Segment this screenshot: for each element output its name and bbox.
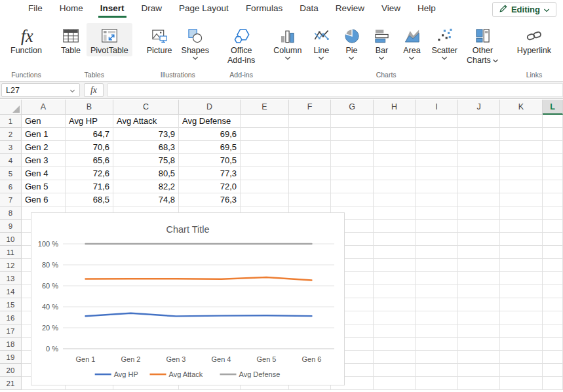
cell-C2[interactable]: 73,9 bbox=[113, 128, 179, 141]
cell-L5[interactable] bbox=[543, 167, 563, 180]
row-header-19[interactable]: 19 bbox=[0, 351, 22, 364]
cell-J6[interactable] bbox=[458, 180, 500, 193]
legend-label-avg-attack[interactable]: Avg Attack bbox=[169, 370, 203, 378]
formula-input[interactable] bbox=[107, 83, 563, 97]
menu-tab-view[interactable]: View bbox=[373, 0, 409, 18]
ribbon-button-table[interactable]: Table bbox=[56, 23, 85, 56]
cell-J4[interactable] bbox=[458, 154, 500, 167]
ribbon-button-other-charts[interactable]: OtherCharts bbox=[463, 23, 503, 66]
cell-L2[interactable] bbox=[543, 128, 563, 141]
cell-L20[interactable] bbox=[543, 364, 563, 377]
cell-K1[interactable] bbox=[500, 115, 543, 128]
cell-B3[interactable]: 70,6 bbox=[66, 141, 113, 154]
cell-C4[interactable]: 75,8 bbox=[113, 154, 179, 167]
embedded-chart[interactable]: 0 %20 %40 %60 %80 %100 %Chart TitleGen 1… bbox=[31, 212, 345, 385]
ribbon-button-office-add-ins[interactable]: OfficeAdd-ins bbox=[223, 23, 259, 66]
cell-H9[interactable] bbox=[374, 220, 416, 233]
cell-B5[interactable]: 72,6 bbox=[66, 167, 113, 180]
menu-tab-home[interactable]: Home bbox=[51, 0, 92, 18]
ribbon-button-area[interactable]: Area bbox=[397, 23, 426, 64]
column-header-c[interactable]: C bbox=[113, 100, 179, 115]
cell-K5[interactable] bbox=[500, 167, 543, 180]
row-header-20[interactable]: 20 bbox=[0, 364, 22, 377]
cell-L15[interactable] bbox=[543, 298, 563, 311]
row-header-18[interactable]: 18 bbox=[0, 338, 22, 351]
cell-L17[interactable] bbox=[543, 324, 563, 338]
row-header-16[interactable]: 16 bbox=[0, 311, 22, 324]
cell-C3[interactable]: 68,3 bbox=[113, 141, 179, 154]
cell-E1[interactable] bbox=[241, 115, 289, 128]
cell-B4[interactable]: 65,6 bbox=[66, 154, 113, 167]
series-line-avg-attack[interactable] bbox=[86, 277, 312, 280]
cell-L3[interactable] bbox=[543, 141, 563, 154]
cell-J17[interactable] bbox=[458, 324, 500, 338]
cell-K6[interactable] bbox=[500, 180, 543, 193]
cell-E4[interactable] bbox=[241, 154, 289, 167]
cell-I5[interactable] bbox=[416, 167, 458, 180]
cell-K16[interactable] bbox=[500, 311, 543, 324]
cell-E2[interactable] bbox=[241, 128, 289, 141]
cell-I7[interactable] bbox=[416, 193, 458, 206]
cell-I18[interactable] bbox=[416, 338, 458, 351]
row-header-9[interactable]: 9 bbox=[0, 220, 22, 233]
cell-H2[interactable] bbox=[374, 128, 416, 141]
cell-K15[interactable] bbox=[500, 298, 543, 311]
cell-B2[interactable]: 64,7 bbox=[66, 128, 113, 141]
cell-D5[interactable]: 77,3 bbox=[179, 167, 241, 180]
cell-H5[interactable] bbox=[374, 167, 416, 180]
cell-H3[interactable] bbox=[374, 141, 416, 154]
cell-K13[interactable] bbox=[500, 272, 543, 285]
cell-J16[interactable] bbox=[458, 311, 500, 324]
cell-J12[interactable] bbox=[458, 259, 500, 272]
column-header-l[interactable]: L bbox=[543, 100, 563, 115]
cell-I8[interactable] bbox=[416, 206, 458, 220]
row-header-3[interactable]: 3 bbox=[0, 141, 22, 154]
cell-K17[interactable] bbox=[500, 324, 543, 338]
menu-tab-insert[interactable]: Insert bbox=[92, 0, 133, 18]
cell-K11[interactable] bbox=[500, 246, 543, 259]
cell-J20[interactable] bbox=[458, 364, 500, 377]
cell-J18[interactable] bbox=[458, 338, 500, 351]
cell-A5[interactable]: Gen 4 bbox=[22, 167, 66, 180]
cell-J13[interactable] bbox=[458, 272, 500, 285]
cell-J11[interactable] bbox=[458, 246, 500, 259]
cell-J14[interactable] bbox=[458, 285, 500, 298]
cell-L9[interactable] bbox=[543, 220, 563, 233]
cell-L10[interactable] bbox=[543, 233, 563, 246]
cell-I1[interactable] bbox=[416, 115, 458, 128]
cell-L16[interactable] bbox=[543, 311, 563, 324]
row-header-1[interactable]: 1 bbox=[0, 115, 22, 128]
cell-H7[interactable] bbox=[374, 193, 416, 206]
ribbon-button-function[interactable]: fxFunction bbox=[7, 23, 46, 56]
cell-D6[interactable]: 72,0 bbox=[179, 180, 241, 193]
cell-K3[interactable] bbox=[500, 141, 543, 154]
column-header-b[interactable]: B bbox=[66, 100, 113, 115]
cell-J8[interactable] bbox=[458, 206, 500, 220]
cell-C7[interactable]: 74,8 bbox=[113, 193, 179, 206]
ribbon-button-picture[interactable]: Picture bbox=[143, 23, 176, 56]
row-header-21[interactable]: 21 bbox=[0, 377, 22, 390]
cell-H15[interactable] bbox=[374, 298, 416, 311]
cell-J19[interactable] bbox=[458, 351, 500, 364]
cell-D3[interactable]: 69,5 bbox=[179, 141, 241, 154]
cell-L18[interactable] bbox=[543, 338, 563, 351]
row-header-8[interactable]: 8 bbox=[0, 206, 22, 220]
cell-J15[interactable] bbox=[458, 298, 500, 311]
row-header-7[interactable]: 7 bbox=[0, 193, 22, 206]
cell-G5[interactable] bbox=[331, 167, 374, 180]
cell-L11[interactable] bbox=[543, 246, 563, 259]
row-header-10[interactable]: 10 bbox=[0, 233, 22, 246]
cell-H1[interactable] bbox=[374, 115, 416, 128]
insert-function-button[interactable]: fx bbox=[84, 83, 104, 97]
cell-J10[interactable] bbox=[458, 233, 500, 246]
cell-H13[interactable] bbox=[374, 272, 416, 285]
cell-F1[interactable] bbox=[289, 115, 331, 128]
name-box[interactable]: L27 bbox=[1, 83, 80, 97]
cell-A6[interactable]: Gen 5 bbox=[22, 180, 66, 193]
cell-K12[interactable] bbox=[500, 259, 543, 272]
cell-J3[interactable] bbox=[458, 141, 500, 154]
cell-I12[interactable] bbox=[416, 259, 458, 272]
cell-F6[interactable] bbox=[289, 180, 331, 193]
cell-D1[interactable]: Avg Defense bbox=[179, 115, 241, 128]
ribbon-button-hyperlink[interactable]: Hyperlink bbox=[513, 23, 555, 56]
